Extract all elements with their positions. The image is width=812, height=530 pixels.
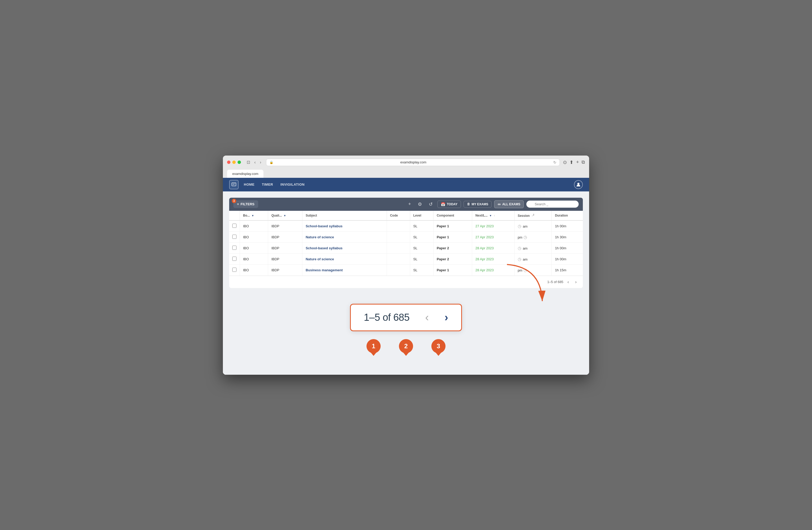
th-component[interactable]: Component xyxy=(434,211,472,221)
all-exams-button[interactable]: ∞ ALL EXAMS xyxy=(494,200,524,208)
row-checkbox-cell[interactable] xyxy=(229,232,240,242)
th-checkbox xyxy=(229,211,240,221)
th-code[interactable]: Code xyxy=(387,211,410,221)
svg-point-3 xyxy=(577,183,579,185)
row-checkbox-cell[interactable] xyxy=(229,242,240,253)
row-board: IBO xyxy=(240,221,268,232)
lock-icon: 🔒 xyxy=(270,161,273,164)
close-button[interactable] xyxy=(227,161,231,164)
row-qualification: IBDP xyxy=(268,232,302,242)
row-checkbox-cell[interactable] xyxy=(229,221,240,232)
th-qualification[interactable]: Quali... ▼ xyxy=(268,211,302,221)
table-container: Bo... ▼ Quali... ▼ Subject Code Level Co… xyxy=(229,211,583,288)
row-session: ◷ am xyxy=(514,221,552,232)
th-duration[interactable]: Duration xyxy=(552,211,583,221)
download-icon[interactable]: ⊙ xyxy=(563,159,567,165)
today-button[interactable]: 📅 TODAY xyxy=(437,200,461,208)
annotation-area: 1–5 of 685 ‹ › 1 2 3 xyxy=(229,304,583,361)
row-level: SL xyxy=(410,253,434,264)
user-avatar[interactable] xyxy=(574,180,583,189)
settings-button[interactable]: ⚙ xyxy=(416,200,424,208)
row-session: ◷ am xyxy=(514,242,552,253)
row-checkbox-3[interactable] xyxy=(232,256,236,261)
back-button[interactable]: ‹ xyxy=(253,159,257,166)
pagination-prev-button[interactable]: ‹ xyxy=(565,279,571,285)
table-body: IBO IBDP School-based syllabus SL Paper … xyxy=(229,221,583,276)
row-checkbox-1[interactable] xyxy=(232,235,236,239)
browser-chrome: ⊡ ‹ › 🔒 examdisplay.com ↻ ⊙ ⬆ + ⧉ examdi… xyxy=(223,155,589,178)
th-subject[interactable]: Subject xyxy=(302,211,387,221)
forward-button[interactable]: › xyxy=(258,159,263,166)
row-checkbox-2[interactable] xyxy=(232,246,236,250)
row-subject: Business management xyxy=(302,264,387,276)
row-component: Paper 1 xyxy=(434,264,472,276)
minimize-button[interactable] xyxy=(232,161,236,164)
row-checkbox-cell[interactable] xyxy=(229,253,240,264)
th-next[interactable]: Next/L... ▼ ↑ xyxy=(472,211,514,221)
search-wrapper: 🔍 xyxy=(526,200,579,208)
pagination-box-next-button[interactable]: › xyxy=(445,312,448,323)
refresh-button[interactable]: ↺ xyxy=(427,200,435,208)
annotation-badge-2: 2 xyxy=(399,339,413,353)
row-board: IBO xyxy=(240,264,268,276)
main-content: 3 ≡ FILTERS + ⚙ ↺ 📅 TODAY 🗓 MY EXAMS ∞ xyxy=(223,192,589,375)
row-level: SL xyxy=(410,232,434,242)
row-date: 28 Apr 2023 xyxy=(472,253,514,264)
row-duration: 1h 15m xyxy=(552,264,583,276)
row-duration: 1h 00m xyxy=(552,253,583,264)
row-component: Paper 1 xyxy=(434,232,472,242)
row-checkbox-4[interactable] xyxy=(232,268,236,272)
row-duration: 1h 00m xyxy=(552,242,583,253)
app-logo[interactable] xyxy=(229,180,238,189)
tab-title: examdisplay.com xyxy=(232,172,258,176)
nav-home[interactable]: HOME xyxy=(244,182,255,186)
sidebar-toggle-button[interactable]: ⊡ xyxy=(245,159,252,166)
row-component: Paper 2 xyxy=(434,253,472,264)
session-am-icon: ◷ xyxy=(518,224,521,228)
table-row: IBO IBDP School-based syllabus SL Paper … xyxy=(229,242,583,253)
calendar-icon: 📅 xyxy=(441,202,445,206)
search-input[interactable] xyxy=(526,200,579,208)
row-code xyxy=(387,221,410,232)
address-bar[interactable]: 🔒 examdisplay.com ↻ xyxy=(266,159,560,166)
new-tab-icon[interactable]: + xyxy=(576,159,579,165)
filter-lines-icon: ≡ xyxy=(237,202,239,206)
row-session: ◷ am xyxy=(514,253,552,264)
refresh-icon[interactable]: ↻ xyxy=(553,160,556,165)
row-subject: School-based syllabus xyxy=(302,242,387,253)
row-board: IBO xyxy=(240,242,268,253)
row-date: 27 Apr 2023 xyxy=(472,221,514,232)
maximize-button[interactable] xyxy=(237,161,241,164)
row-checkbox-cell[interactable] xyxy=(229,264,240,276)
nav-timer[interactable]: TIMER xyxy=(262,182,273,186)
pagination-summary: 1–5 of 685 xyxy=(547,280,563,284)
th-level[interactable]: Level xyxy=(410,211,434,221)
tabs-icon[interactable]: ⧉ xyxy=(581,159,585,165)
row-date: 28 Apr 2023 xyxy=(472,242,514,253)
table-row: IBO IBDP Nature of science SL Paper 1 27… xyxy=(229,232,583,242)
browser-window: ⊡ ‹ › 🔒 examdisplay.com ↻ ⊙ ⬆ + ⧉ examdi… xyxy=(223,155,589,375)
nav-invigilation[interactable]: INVIGILATION xyxy=(280,182,305,186)
table-row: IBO IBDP Business management SL Paper 1 … xyxy=(229,264,583,276)
th-board[interactable]: Bo... ▼ xyxy=(240,211,268,221)
my-exams-button[interactable]: 🗓 MY EXAMS xyxy=(464,201,492,208)
add-button[interactable]: + xyxy=(406,200,413,208)
th-session[interactable]: Session ↑2 xyxy=(514,211,552,221)
pagination-highlight: 1–5 of 685 ‹ › xyxy=(229,304,583,331)
browser-tab[interactable]: examdisplay.com xyxy=(227,170,263,178)
row-code xyxy=(387,264,410,276)
pagination-box-prev-button[interactable]: ‹ xyxy=(425,312,429,323)
browser-actions: ⊙ ⬆ + ⧉ xyxy=(563,159,585,165)
svg-rect-0 xyxy=(232,183,236,186)
share-icon[interactable]: ⬆ xyxy=(569,159,574,165)
row-checkbox-0[interactable] xyxy=(232,224,236,228)
row-date: 28 Apr 2023 xyxy=(472,264,514,276)
app-container: HOME TIMER INVIGILATION 3 ≡ FILTERS xyxy=(223,178,589,375)
row-qualification: IBDP xyxy=(268,253,302,264)
badges-row: 1 2 3 xyxy=(229,339,583,361)
pagination-next-button[interactable]: › xyxy=(573,279,579,285)
pagination-box: 1–5 of 685 ‹ › xyxy=(350,304,462,331)
row-level: SL xyxy=(410,264,434,276)
filters-label: FILTERS xyxy=(241,202,255,206)
filters-button[interactable]: 3 ≡ FILTERS xyxy=(233,200,258,208)
